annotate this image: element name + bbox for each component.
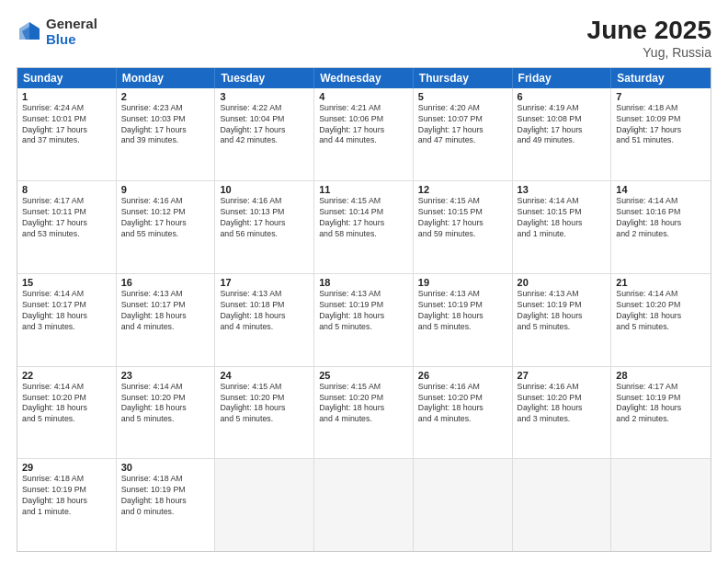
day-info: Sunrise: 4:16 AM Sunset: 10:20 PM Daylig…: [418, 382, 507, 426]
calendar-cell-empty: [513, 459, 612, 551]
header-day-saturday: Saturday: [611, 68, 711, 88]
day-number: 24: [220, 370, 309, 381]
calendar-cell-19: 19Sunrise: 4:13 AM Sunset: 10:19 PM Dayl…: [414, 274, 513, 366]
calendar-row-3: 15Sunrise: 4:14 AM Sunset: 10:17 PM Dayl…: [17, 273, 711, 366]
day-info: Sunrise: 4:17 AM Sunset: 10:11 PM Daylig…: [22, 196, 111, 240]
day-number: 20: [518, 277, 607, 288]
day-number: 30: [121, 462, 210, 473]
day-number: 27: [518, 370, 607, 381]
day-info: Sunrise: 4:15 AM Sunset: 10:20 PM Daylig…: [319, 382, 408, 426]
header-day-friday: Friday: [513, 68, 612, 88]
logo-blue: Blue: [46, 32, 97, 48]
day-info: Sunrise: 4:18 AM Sunset: 10:19 PM Daylig…: [22, 474, 111, 518]
calendar-cell-23: 23Sunrise: 4:14 AM Sunset: 10:20 PM Dayl…: [117, 367, 216, 459]
day-info: Sunrise: 4:22 AM Sunset: 10:04 PM Daylig…: [220, 103, 309, 147]
header-day-thursday: Thursday: [414, 68, 513, 88]
calendar-cell-22: 22Sunrise: 4:14 AM Sunset: 10:20 PM Dayl…: [17, 367, 117, 459]
calendar-header: SundayMondayTuesdayWednesdayThursdayFrid…: [17, 68, 711, 88]
day-number: 15: [22, 277, 111, 288]
day-number: 28: [616, 370, 706, 381]
calendar-cell-29: 29Sunrise: 4:18 AM Sunset: 10:19 PM Dayl…: [17, 459, 117, 551]
day-number: 6: [518, 91, 607, 102]
calendar-cell-28: 28Sunrise: 4:17 AM Sunset: 10:19 PM Dayl…: [611, 367, 711, 459]
day-number: 3: [220, 91, 309, 102]
calendar-cell-10: 10Sunrise: 4:16 AM Sunset: 10:13 PM Dayl…: [215, 181, 314, 273]
calendar-cell-11: 11Sunrise: 4:15 AM Sunset: 10:14 PM Dayl…: [314, 181, 414, 273]
calendar-cell-7: 7Sunrise: 4:18 AM Sunset: 10:09 PM Dayli…: [611, 88, 711, 181]
day-info: Sunrise: 4:14 AM Sunset: 10:17 PM Daylig…: [22, 289, 111, 333]
day-info: Sunrise: 4:15 AM Sunset: 10:15 PM Daylig…: [418, 196, 507, 240]
calendar-cell-8: 8Sunrise: 4:17 AM Sunset: 10:11 PM Dayli…: [17, 181, 117, 273]
day-number: 7: [616, 91, 706, 102]
day-info: Sunrise: 4:17 AM Sunset: 10:19 PM Daylig…: [616, 382, 706, 426]
day-info: Sunrise: 4:16 AM Sunset: 10:12 PM Daylig…: [121, 196, 210, 240]
calendar-cell-27: 27Sunrise: 4:16 AM Sunset: 10:20 PM Dayl…: [513, 367, 612, 459]
day-info: Sunrise: 4:14 AM Sunset: 10:20 PM Daylig…: [22, 382, 111, 426]
calendar-row-1: 1Sunrise: 4:24 AM Sunset: 10:01 PM Dayli…: [17, 88, 711, 181]
header: General Blue June 2025 Yug, Russia: [17, 17, 711, 60]
day-number: 10: [220, 184, 309, 195]
header-day-sunday: Sunday: [17, 68, 117, 88]
header-day-wednesday: Wednesday: [314, 68, 414, 88]
day-info: Sunrise: 4:14 AM Sunset: 10:20 PM Daylig…: [616, 289, 706, 333]
day-info: Sunrise: 4:13 AM Sunset: 10:19 PM Daylig…: [418, 289, 507, 333]
day-number: 22: [22, 370, 111, 381]
calendar-cell-13: 13Sunrise: 4:14 AM Sunset: 10:15 PM Dayl…: [513, 181, 612, 273]
calendar-cell-empty: [314, 459, 414, 551]
day-number: 16: [121, 277, 210, 288]
day-number: 18: [319, 277, 408, 288]
day-info: Sunrise: 4:14 AM Sunset: 10:15 PM Daylig…: [518, 196, 607, 240]
day-info: Sunrise: 4:15 AM Sunset: 10:14 PM Daylig…: [319, 196, 408, 240]
day-info: Sunrise: 4:16 AM Sunset: 10:13 PM Daylig…: [220, 196, 309, 240]
day-number: 4: [319, 91, 408, 102]
calendar-cell-15: 15Sunrise: 4:14 AM Sunset: 10:17 PM Dayl…: [17, 274, 117, 366]
logo-icon: [17, 19, 42, 45]
day-number: 23: [121, 370, 210, 381]
day-info: Sunrise: 4:13 AM Sunset: 10:19 PM Daylig…: [319, 289, 408, 333]
calendar-cell-25: 25Sunrise: 4:15 AM Sunset: 10:20 PM Dayl…: [314, 367, 414, 459]
day-info: Sunrise: 4:24 AM Sunset: 10:01 PM Daylig…: [22, 103, 111, 147]
day-number: 29: [22, 462, 111, 473]
calendar-cell-14: 14Sunrise: 4:14 AM Sunset: 10:16 PM Dayl…: [611, 181, 711, 273]
day-info: Sunrise: 4:15 AM Sunset: 10:20 PM Daylig…: [220, 382, 309, 426]
day-info: Sunrise: 4:13 AM Sunset: 10:17 PM Daylig…: [121, 289, 210, 333]
day-info: Sunrise: 4:13 AM Sunset: 10:18 PM Daylig…: [220, 289, 309, 333]
day-number: 17: [220, 277, 309, 288]
calendar-cell-26: 26Sunrise: 4:16 AM Sunset: 10:20 PM Dayl…: [414, 367, 513, 459]
day-info: Sunrise: 4:21 AM Sunset: 10:06 PM Daylig…: [319, 103, 408, 147]
calendar-cell-18: 18Sunrise: 4:13 AM Sunset: 10:19 PM Dayl…: [314, 274, 414, 366]
calendar-cell-9: 9Sunrise: 4:16 AM Sunset: 10:12 PM Dayli…: [117, 181, 216, 273]
day-number: 12: [418, 184, 507, 195]
logo: General Blue: [17, 17, 97, 47]
calendar-cell-20: 20Sunrise: 4:13 AM Sunset: 10:19 PM Dayl…: [513, 274, 612, 366]
calendar-row-2: 8Sunrise: 4:17 AM Sunset: 10:11 PM Dayli…: [17, 180, 711, 273]
calendar-cell-2: 2Sunrise: 4:23 AM Sunset: 10:03 PM Dayli…: [117, 88, 216, 181]
day-info: Sunrise: 4:23 AM Sunset: 10:03 PM Daylig…: [121, 103, 210, 147]
day-info: Sunrise: 4:13 AM Sunset: 10:19 PM Daylig…: [518, 289, 607, 333]
month-title: June 2025: [587, 17, 711, 45]
calendar-cell-3: 3Sunrise: 4:22 AM Sunset: 10:04 PM Dayli…: [215, 88, 314, 181]
calendar-cell-1: 1Sunrise: 4:24 AM Sunset: 10:01 PM Dayli…: [17, 88, 117, 181]
calendar-cell-5: 5Sunrise: 4:20 AM Sunset: 10:07 PM Dayli…: [414, 88, 513, 181]
day-number: 13: [518, 184, 607, 195]
calendar-cell-16: 16Sunrise: 4:13 AM Sunset: 10:17 PM Dayl…: [117, 274, 216, 366]
day-number: 19: [418, 277, 507, 288]
day-number: 1: [22, 91, 111, 102]
day-info: Sunrise: 4:18 AM Sunset: 10:19 PM Daylig…: [121, 474, 210, 518]
day-number: 21: [616, 277, 706, 288]
day-number: 14: [616, 184, 706, 195]
logo-general: General: [46, 17, 97, 32]
calendar-cell-4: 4Sunrise: 4:21 AM Sunset: 10:06 PM Dayli…: [314, 88, 414, 181]
calendar-cell-21: 21Sunrise: 4:14 AM Sunset: 10:20 PM Dayl…: [611, 274, 711, 366]
day-number: 2: [121, 91, 210, 102]
calendar: SundayMondayTuesdayWednesdayThursdayFrid…: [17, 67, 711, 552]
calendar-cell-6: 6Sunrise: 4:19 AM Sunset: 10:08 PM Dayli…: [513, 88, 612, 181]
title-block: June 2025 Yug, Russia: [587, 17, 711, 60]
calendar-row-5: 29Sunrise: 4:18 AM Sunset: 10:19 PM Dayl…: [17, 458, 711, 551]
day-info: Sunrise: 4:18 AM Sunset: 10:09 PM Daylig…: [616, 103, 706, 147]
calendar-body: 1Sunrise: 4:24 AM Sunset: 10:01 PM Dayli…: [17, 88, 711, 551]
day-number: 25: [319, 370, 408, 381]
day-number: 5: [418, 91, 507, 102]
calendar-cell-12: 12Sunrise: 4:15 AM Sunset: 10:15 PM Dayl…: [414, 181, 513, 273]
calendar-cell-17: 17Sunrise: 4:13 AM Sunset: 10:18 PM Dayl…: [215, 274, 314, 366]
